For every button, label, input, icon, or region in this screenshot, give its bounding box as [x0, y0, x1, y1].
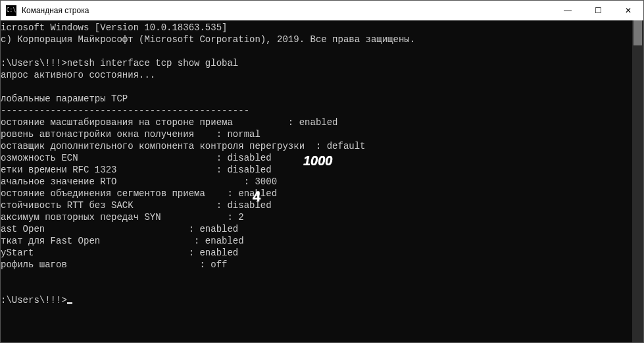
cursor	[67, 302, 72, 304]
terminal-line: етки времени RFC 1323 : disabled	[1, 164, 632, 176]
terminal-line	[1, 45, 632, 57]
minimize-button[interactable]: —	[553, 1, 583, 20]
terminal-line: оставщик дополнительного компонента конт…	[1, 140, 632, 152]
terminal-line: yStart : enabled	[1, 247, 632, 259]
terminal-line: апрос активного состояния...	[1, 69, 632, 81]
terminal-line: :\Users\!!!>	[1, 294, 632, 306]
terminal-line: стойчивость RTT без SACK : disabled	[1, 199, 632, 211]
command-prompt-window: C:\ Командная строка — ☐ ✕ icrosoft Wind…	[0, 0, 644, 343]
window-title: Командная строка	[20, 6, 553, 15]
terminal-line: :\Users\!!!>netsh interface tcp show glo…	[1, 57, 632, 69]
maximize-button[interactable]: ☐	[583, 1, 613, 20]
terminal-line	[1, 81, 632, 93]
terminal-output[interactable]: icrosoft Windows [Version 10.0.18363.535…	[1, 20, 632, 342]
terminal-line: ровень автонастройки окна получения : no…	[1, 128, 632, 140]
terminal-line: аксимум повторных передач SYN : 2	[1, 211, 632, 223]
terminal-line: ткат для Fast Open : enabled	[1, 235, 632, 247]
console-icon: C:\	[6, 5, 16, 16]
window-controls: — ☐ ✕	[553, 1, 643, 20]
terminal-line: с) Корпорация Майкрософт (Microsoft Corp…	[1, 34, 632, 45]
terminal-line: ачальное значение RTO : 3000	[1, 176, 632, 188]
terminal-line: озможность ECN : disabled	[1, 152, 632, 164]
terminal-line: остояние объединения сегментов приема : …	[1, 188, 632, 199]
scrollbar[interactable]	[632, 20, 643, 342]
close-button[interactable]: ✕	[613, 1, 643, 20]
terminal-area: icrosoft Windows [Version 10.0.18363.535…	[1, 20, 643, 342]
titlebar[interactable]: C:\ Командная строка — ☐ ✕	[1, 1, 643, 20]
terminal-line	[1, 271, 632, 282]
terminal-line: рофиль шагов : off	[1, 259, 632, 271]
terminal-line: ----------------------------------------…	[1, 105, 632, 117]
terminal-line	[1, 282, 632, 294]
scroll-thumb[interactable]	[633, 20, 642, 45]
terminal-line: лобальные параметры TCP	[1, 93, 632, 105]
terminal-line: остояние масштабирования на стороне прие…	[1, 117, 632, 128]
terminal-line: icrosoft Windows [Version 10.0.18363.535…	[1, 22, 632, 34]
terminal-line: ast Open : enabled	[1, 223, 632, 235]
